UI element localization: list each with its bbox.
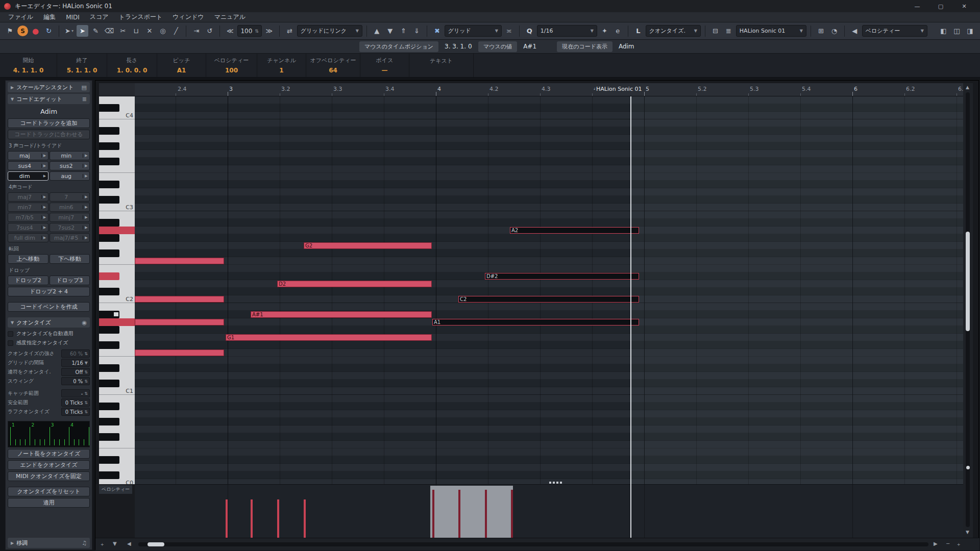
quantize-lengths-button[interactable]: ノート長をクオンタイズ <box>8 449 90 459</box>
reset-quantize-button[interactable]: クオンタイズをリセット <box>8 487 90 496</box>
draw-tool[interactable]: ✎ <box>90 25 102 37</box>
hzoom-out-button[interactable]: − <box>946 541 950 546</box>
chord-play-icon[interactable]: ▶ <box>41 154 48 158</box>
piano-key-B1[interactable] <box>99 303 135 311</box>
piano-key-E1[interactable] <box>99 357 135 364</box>
velocity-bar[interactable] <box>304 499 306 538</box>
erase-tool[interactable]: ⌫ <box>103 25 115 37</box>
midi-note-D2[interactable]: D2 <box>277 281 432 287</box>
midi-note-C2[interactable]: C2 <box>458 296 639 303</box>
part-name-flag[interactable]: HALion Sonic 01 <box>595 86 644 92</box>
midi-note-C2[interactable] <box>135 296 224 303</box>
freeze-quantize-button[interactable]: MIDI クオンタイズを固定 <box>8 471 90 481</box>
piano-key-Cs0[interactable] <box>99 471 119 479</box>
midi-note-A1[interactable] <box>135 319 224 325</box>
add-lane-button[interactable]: ＋ <box>100 541 105 548</box>
piano-key-D2[interactable] <box>99 280 135 288</box>
window-layout-center-icon[interactable]: ◫ <box>951 25 963 37</box>
move-down-button[interactable]: 下へ移動 <box>50 254 90 264</box>
piano-key-Cs3[interactable] <box>99 196 119 204</box>
midi-note-A2[interactable]: A2 <box>510 227 639 234</box>
piano-key-F1[interactable] <box>99 349 135 357</box>
piano-key-A1[interactable] <box>99 318 135 326</box>
param-value[interactable]: 1. 0. 0. 0 <box>117 67 148 74</box>
solo-editor-button[interactable]: S <box>17 26 28 36</box>
piano-key-B3[interactable] <box>99 119 135 127</box>
glue-tool[interactable]: ⊔ <box>130 25 142 37</box>
chord-play-icon[interactable]: ▶ <box>83 174 89 178</box>
velocity-bar[interactable] <box>226 499 228 538</box>
field-swing[interactable]: 0 %⇅ <box>61 377 90 385</box>
nudge-right-icon[interactable]: ≫ <box>263 25 275 37</box>
piano-key-F0[interactable] <box>99 441 135 448</box>
grid-match-icon[interactable]: ≍ <box>503 25 515 37</box>
window-layout-left-icon[interactable]: ◧ <box>938 25 949 37</box>
scroll-left-button[interactable]: ◀ <box>127 541 131 546</box>
piano-key-Cs4[interactable] <box>99 104 119 112</box>
vzoom-dot-button[interactable] <box>966 466 970 469</box>
piano-key-A3[interactable] <box>99 135 135 142</box>
midi-note-F2[interactable] <box>135 258 224 264</box>
nudge-left-icon[interactable]: ≪ <box>224 25 236 37</box>
piano-key-As3[interactable] <box>99 127 119 135</box>
lane-menu-button[interactable]: ▼ <box>113 541 117 546</box>
hzoom-in-button[interactable]: ＋ <box>956 541 961 548</box>
velocity-lane-label[interactable]: ベロシティー <box>99 485 132 494</box>
move-up-button[interactable]: 上へ移動 <box>8 254 48 264</box>
piano-key-E2[interactable] <box>99 265 135 272</box>
menu-manual[interactable]: マニュアル <box>209 13 251 21</box>
open-quantize-panel-button[interactable]: e <box>612 25 624 37</box>
object-selection-combo[interactable]: ➤▾ <box>63 25 75 37</box>
scroll-right-button[interactable]: ▶ <box>934 541 938 546</box>
show-note-grid-icon[interactable]: ⊞ <box>815 25 827 37</box>
piano-key-D4[interactable] <box>99 96 135 104</box>
menu-edit[interactable]: 編集 <box>38 13 61 21</box>
velocity-bar[interactable] <box>485 490 487 538</box>
drop2-button[interactable]: ドロップ2 <box>8 276 48 285</box>
piano-key-Fs2[interactable] <box>99 249 119 257</box>
piano-key-As2[interactable] <box>99 219 119 227</box>
octave-down-button[interactable]: ⇓ <box>411 25 423 37</box>
menu-window[interactable]: ウィンドウ <box>167 13 209 21</box>
piano-key-D3[interactable] <box>99 188 135 196</box>
horizontal-scrollbar[interactable]: ＋ ▼ ◀ ▶ − ＋ <box>95 538 979 550</box>
show-part-borders-icon[interactable]: ⊟ <box>709 25 721 37</box>
piano-key-D0[interactable] <box>99 464 135 471</box>
velocity-bar[interactable] <box>251 499 253 538</box>
length-quantize-icon[interactable]: L <box>632 25 644 37</box>
spinner-arrows-icon[interactable]: ⇅ <box>84 379 88 384</box>
piano-key-Fs0[interactable] <box>99 433 119 441</box>
event-colors-dropdown[interactable]: ベロシティー▼ <box>862 25 927 37</box>
piano-key-Ds0[interactable] <box>99 456 119 464</box>
minimize-button[interactable]: — <box>905 0 929 12</box>
dropdown-arrow-icon[interactable]: ▼ <box>85 361 88 365</box>
midi-note-As1[interactable]: A#1 <box>251 311 432 318</box>
autoscroll-button[interactable]: ⇥ <box>190 25 202 37</box>
scroll-down-button[interactable]: ▼ <box>966 530 969 535</box>
drop24-button[interactable]: ドロップ2 + 4 <box>8 287 90 296</box>
field-rough-quantize[interactable]: 0 Ticks⇅ <box>61 408 90 416</box>
piano-key-Gs3[interactable] <box>99 142 119 150</box>
move-up-button[interactable]: ▲ <box>371 25 383 37</box>
drop3-button[interactable]: ドロップ3 <box>50 276 90 285</box>
quantize-q-icon[interactable]: Q <box>524 25 535 37</box>
piano-key-Ds2[interactable] <box>99 272 119 280</box>
piano-key-G1[interactable] <box>99 334 135 341</box>
edit-active-part-icon[interactable]: ≣ <box>723 25 734 37</box>
menu-score[interactable]: スコア <box>85 13 114 21</box>
piano-key-Ds3[interactable] <box>99 181 119 188</box>
section-chord-edit[interactable]: ▼ コードエディット ≣ <box>8 94 90 104</box>
velocity-bar[interactable] <box>277 499 279 538</box>
param-value[interactable]: 100 <box>225 67 238 74</box>
spinner-arrows-icon[interactable]: ⇅ <box>84 370 88 374</box>
spinner-arrows-icon[interactable]: ⇅ <box>84 410 88 414</box>
piano-key-Gs0[interactable] <box>99 418 119 425</box>
chord-aug-button[interactable]: aug▶ <box>50 171 90 181</box>
piano-key-F2[interactable] <box>99 257 135 265</box>
insert-velocity-spinner[interactable]: 100⇅ <box>237 25 261 37</box>
chord-sus2-button[interactable]: sus2▶ <box>50 161 90 170</box>
piano-key-As0[interactable] <box>99 403 119 410</box>
quantize-preset-dropdown[interactable]: 1/16▼ <box>537 25 597 37</box>
part-select-dropdown[interactable]: HALion Sonic 01▼ <box>736 25 806 37</box>
piano-key-Fs3[interactable] <box>99 158 119 165</box>
